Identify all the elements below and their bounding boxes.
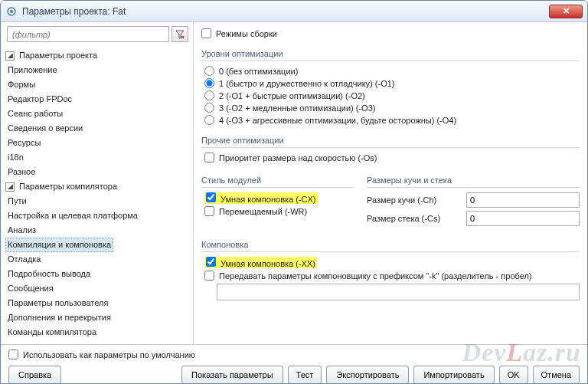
use-default-checkbox[interactable] <box>8 350 18 359</box>
filter-input[interactable] <box>7 26 169 42</box>
highlight: Умная компоновка (-CX) <box>204 192 318 204</box>
opt-0-label: 0 (без оптимизации) <box>219 67 298 76</box>
smart-cx-checkbox[interactable] <box>206 192 216 202</box>
divider <box>201 187 353 188</box>
help-button[interactable]: Справка <box>8 366 61 384</box>
build-modes-label: Режимы сборки <box>216 29 277 38</box>
divider <box>201 147 580 148</box>
tree-toggle-icon[interactable]: ◢ <box>5 51 15 61</box>
tree-item[interactable]: Редактор FPDoc <box>5 92 74 107</box>
tree-item[interactable]: Сеанс работы <box>5 107 65 121</box>
section-heap: Размеры кучи и стека <box>367 176 580 185</box>
divider <box>201 251 580 252</box>
app-icon <box>5 5 18 18</box>
cancel-button[interactable]: Отмена <box>533 366 580 384</box>
smart-cx-label: Умная компоновка (-CX) <box>220 195 316 204</box>
tree-item[interactable]: Отладка <box>5 252 43 267</box>
content-area: ◢Параметры проекта Приложение Формы Реда… <box>1 22 587 344</box>
build-modes-checkbox[interactable] <box>201 28 211 38</box>
opt-2-label: 2 (-O1 + быстрые оптимизации) (-O2) <box>219 91 365 100</box>
opt-3-label: 3 (-O2 + медленные оптимизации) (-O3) <box>219 103 375 113</box>
tree-item[interactable]: Формы <box>5 77 38 92</box>
tree-root-project[interactable]: Параметры проекта <box>17 48 100 63</box>
svg-point-1 <box>10 10 13 13</box>
relocatable-checkbox[interactable] <box>204 206 214 216</box>
pass-k-checkbox[interactable] <box>204 271 214 281</box>
tree-item[interactable]: Дополнения и перекрытия <box>5 310 113 325</box>
tree-item[interactable]: Разное <box>5 165 38 179</box>
tree-item[interactable]: Команды компилятора <box>5 325 99 340</box>
options-tree[interactable]: ◢Параметры проекта Приложение Формы Реда… <box>1 45 193 344</box>
stack-label: Размер стека (-Cs) <box>367 214 466 223</box>
opt-0-radio[interactable] <box>204 66 214 76</box>
pass-k-input[interactable] <box>217 284 580 300</box>
filter-row <box>1 22 193 45</box>
close-icon: ✕ <box>563 6 570 16</box>
divider <box>201 61 580 61</box>
tree-root-compiler[interactable]: Параметры компилятора <box>17 179 119 194</box>
heap-input[interactable] <box>466 192 580 208</box>
section-optimization: Уровни оптимизации <box>201 49 580 58</box>
show-params-button[interactable]: Показать параметры <box>181 366 283 384</box>
size-over-speed-label: Приоритет размера над скоростью (-Os) <box>219 153 377 162</box>
tree-item[interactable]: Настройка и целевая платформа <box>5 208 140 223</box>
use-default-label: Использовать как параметры по умолчанию <box>23 350 195 359</box>
opt-1-radio[interactable] <box>204 78 214 88</box>
bottom-bar: Использовать как параметры по умолчанию … <box>1 344 587 384</box>
button-row: Справка Показать параметры Тест Экспорти… <box>8 366 580 384</box>
tree-item[interactable]: Приложение <box>5 63 60 77</box>
opt-4-radio[interactable] <box>204 115 214 125</box>
tree-item[interactable]: Пути <box>5 194 29 208</box>
tree-item[interactable]: Параметры пользователя <box>5 296 110 310</box>
relocatable-label: Перемещаемый (-WR) <box>219 207 307 216</box>
size-over-speed-checkbox[interactable] <box>204 153 214 162</box>
stack-input[interactable] <box>466 211 580 226</box>
ok-button[interactable]: OK <box>499 366 528 384</box>
project-options-dialog: Параметры проекта: Fat ✕ ◢Параметры прое… <box>0 0 588 384</box>
opt-2-radio[interactable] <box>204 90 214 100</box>
window-close-button[interactable]: ✕ <box>549 5 583 18</box>
opt-3-radio[interactable] <box>204 103 214 113</box>
tree-item[interactable]: Анализ <box>5 223 38 238</box>
settings-panel: Режимы сборки Уровни оптимизации 0 (без … <box>194 22 587 344</box>
opt-1-label: 1 (быстро и дружественно к отладчику) (-… <box>219 79 394 88</box>
smart-xx-label: Умная компоновка (-XX) <box>220 259 315 268</box>
left-pane: ◢Параметры проекта Приложение Формы Реда… <box>1 22 194 344</box>
window-title: Параметры проекта: Fat <box>22 6 547 17</box>
test-button[interactable]: Тест <box>288 366 322 384</box>
tree-item[interactable]: Сведения о версии <box>5 121 85 136</box>
funnel-clear-icon <box>175 30 185 39</box>
section-unit-style: Стиль модулей <box>201 176 353 185</box>
titlebar: Параметры проекта: Fat ✕ <box>1 1 587 22</box>
opt-4-label: 4 (-O3 + агрессивные оптимизации, будьте… <box>219 116 456 125</box>
tree-item[interactable]: Подробность вывода <box>5 267 93 281</box>
tree-toggle-icon[interactable]: ◢ <box>5 182 15 192</box>
divider <box>367 187 580 188</box>
tree-item-compile-link[interactable]: Компиляция и компоновка <box>5 238 113 252</box>
highlight: Умная компоновка (-XX) <box>204 257 317 268</box>
tree-item[interactable]: i18n <box>5 150 26 165</box>
heap-label: Размер кучи (-Ch) <box>367 195 466 205</box>
tree-item[interactable]: Сообщения <box>5 281 56 296</box>
clear-filter-button[interactable] <box>172 26 188 42</box>
smart-xx-checkbox[interactable] <box>206 257 216 267</box>
section-other-opt: Прочие оптимизации <box>201 136 580 145</box>
export-button[interactable]: Экспортировать <box>326 366 409 384</box>
import-button[interactable]: Импортировать <box>413 366 494 384</box>
section-linking: Компоновка <box>201 240 580 249</box>
tree-item[interactable]: Ресурсы <box>5 136 43 150</box>
pass-k-label: Передавать параметры компоновщику с преф… <box>219 271 532 281</box>
